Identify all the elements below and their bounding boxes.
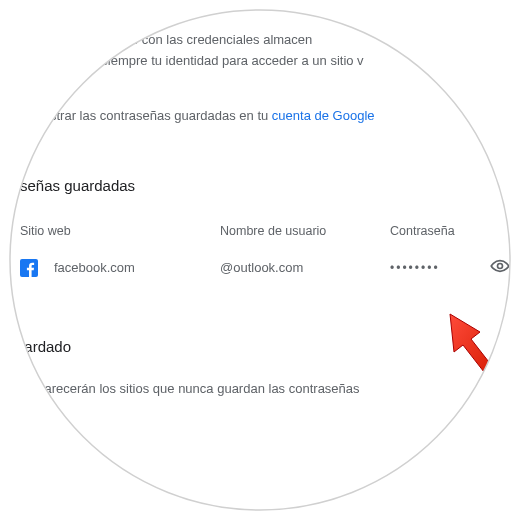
never-saved-hint: aparecerán los sitios que nunca guardan … bbox=[0, 381, 520, 396]
password-cell: •••••••• bbox=[390, 261, 485, 275]
eye-icon bbox=[490, 256, 510, 279]
google-account-link[interactable]: cuenta de Google bbox=[272, 108, 375, 123]
facebook-icon bbox=[20, 259, 38, 277]
auto-signin-description: a los sitios web con las credenciales al… bbox=[0, 30, 520, 72]
manage-text: strar las contraseñas guardadas en tu bbox=[50, 108, 272, 123]
site-name: facebook.com bbox=[54, 260, 135, 275]
username-cell: @outlook.com bbox=[220, 260, 390, 275]
desc-line-1: a los sitios web con las credenciales al… bbox=[50, 32, 312, 47]
desc-line-2: onfirmar siempre tu identidad para acced… bbox=[50, 53, 364, 68]
manage-passwords-row: strar las contraseñas guardadas en tu cu… bbox=[0, 108, 520, 123]
col-site: Sitio web bbox=[20, 224, 220, 238]
never-saved-title: uardado bbox=[0, 338, 520, 355]
col-pass: Contraseña bbox=[390, 224, 485, 238]
site-cell[interactable]: facebook.com bbox=[20, 259, 220, 277]
table-header: Sitio web Nombre de usuario Contraseña bbox=[20, 216, 500, 246]
table-row[interactable]: facebook.com @outlook.com •••••••• bbox=[20, 246, 500, 290]
col-user: Nombre de usuario bbox=[220, 224, 390, 238]
saved-passwords-title: señas guardadas bbox=[0, 177, 520, 194]
passwords-table: Sitio web Nombre de usuario Contraseña f… bbox=[0, 216, 520, 290]
settings-content: a los sitios web con las credenciales al… bbox=[0, 0, 520, 396]
show-password-button[interactable] bbox=[485, 256, 515, 279]
svg-point-1 bbox=[498, 264, 503, 269]
